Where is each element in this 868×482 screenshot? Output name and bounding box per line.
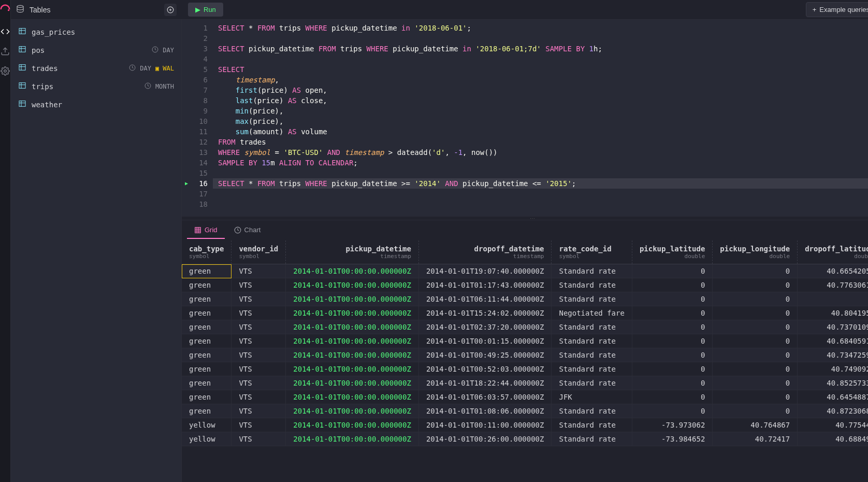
editor-line[interactable]: SELECT * FROM trips WHERE pickup_datetim… [213,178,868,189]
cell[interactable]: 0 [632,292,712,306]
sidebar-table-gas_prices[interactable]: gas_prices [11,23,181,41]
results-grid[interactable]: cab_typesymbolvendor_idsymbolpickup_date… [182,240,868,482]
cell[interactable]: green [182,320,232,334]
cell[interactable]: 0 [713,404,798,418]
sidebar-table-trades[interactable]: tradesDAY▣ WAL [11,59,181,77]
add-table-button[interactable] [164,4,177,16]
column-header-rate_code_id[interactable]: rate_code_idsymbol [552,240,632,264]
table-row[interactable]: greenVTS2014-01-01T00:00:00.000000Z2014-… [182,390,868,404]
cell[interactable]: 2014-01-01T00:26:00.000000Z [418,432,552,446]
sidebar-table-pos[interactable]: posDAY [11,41,181,59]
editor-line[interactable]: timestamp, [213,75,868,85]
cell[interactable]: VTS [232,306,286,320]
cell[interactable]: 2014-01-01T00:00:00.000000Z [286,432,419,446]
cell[interactable]: 2014-01-01T00:01:15.000000Z [418,334,552,348]
cell[interactable]: VTS [232,432,286,446]
cell[interactable]: 40.73701096 [798,320,868,334]
cell[interactable]: 40.688492 [798,432,868,446]
cell[interactable]: 2014-01-01T00:00:00.000000Z [286,264,419,278]
cell[interactable]: 40.68405914 [798,334,868,348]
cell[interactable]: green [182,390,232,404]
cell[interactable]: Standard rate [552,418,632,432]
table-row[interactable]: yellowVTS2014-01-01T00:00:00.000000Z2014… [182,432,868,446]
cell[interactable]: 2014-01-01T00:00:00.000000Z [286,334,419,348]
table-row[interactable]: greenVTS2014-01-01T00:00:00.000000Z2014-… [182,348,868,362]
cell[interactable]: -73.973062 [632,418,712,432]
cell[interactable]: yellow [182,432,232,446]
cell[interactable]: 0 [632,348,712,362]
editor-line[interactable] [213,33,868,44]
cell[interactable]: VTS [232,362,286,376]
editor-line[interactable]: min(price), [213,106,868,116]
cell[interactable]: VTS [232,376,286,390]
cell[interactable]: 2014-01-01T00:00:00.000000Z [286,362,419,376]
editor-line[interactable]: FROM trades [213,137,868,147]
cell[interactable]: Standard rate [552,432,632,446]
cell[interactable]: Standard rate [552,278,632,292]
table-row[interactable]: greenVTS2014-01-01T00:00:00.000000Z2014-… [182,334,868,348]
cell[interactable]: 2014-01-01T00:00:00.000000Z [286,348,419,362]
cell[interactable]: yellow [182,418,232,432]
editor-line[interactable]: first(price) AS open, [213,85,868,95]
cell[interactable]: green [182,278,232,292]
cell[interactable]: 0 [632,404,712,418]
cell[interactable]: VTS [232,404,286,418]
cell[interactable]: 0 [713,292,798,306]
cell[interactable]: 40.764867 [713,418,798,432]
gear-icon[interactable] [0,66,10,76]
table-row[interactable]: greenVTS2014-01-01T00:00:00.000000Z2014-… [182,292,868,306]
cell[interactable]: 2014-01-01T00:00:00.000000Z [286,418,419,432]
cell[interactable]: 40.64548874 [798,390,868,404]
cell[interactable]: 0 [713,348,798,362]
cell[interactable]: VTS [232,264,286,278]
run-button[interactable]: ▶ Run [188,3,223,17]
cell[interactable]: green [182,348,232,362]
upload-icon[interactable] [0,46,10,56]
cell[interactable]: VTS [232,348,286,362]
cell[interactable]: 0 [632,306,712,320]
cell[interactable]: 0 [632,334,712,348]
cell[interactable]: Standard rate [552,334,632,348]
cell[interactable]: -73.984652 [632,432,712,446]
cell[interactable]: 0 [632,320,712,334]
sidebar-table-trips[interactable]: tripsMONTH [11,77,181,95]
cell[interactable]: 2014-01-01T00:00:00.000000Z [286,278,419,292]
sql-editor[interactable]: 123456789101112131415161718 SELECT * FRO… [182,20,868,217]
cell[interactable]: 0 [713,320,798,334]
cell[interactable]: 2014-01-01T01:17:43.000000Z [418,278,552,292]
cell[interactable]: 40.66542053 [798,264,868,278]
editor-line[interactable] [213,168,868,178]
sidebar-table-weather[interactable]: weather [11,95,181,114]
editor-line[interactable]: max(price), [213,116,868,126]
editor-line[interactable]: sum(amount) AS volume [213,126,868,137]
cell[interactable]: 0 [713,264,798,278]
cell[interactable]: 2014-01-01T00:52:03.000000Z [418,362,552,376]
cell[interactable]: 2014-01-01T00:00:00.000000Z [286,306,419,320]
editor-line[interactable] [213,54,868,64]
cell[interactable]: green [182,292,232,306]
cell[interactable]: 0 [632,390,712,404]
cell[interactable]: Standard rate [552,264,632,278]
example-queries-button[interactable]: + Example queries [806,2,868,17]
cell[interactable]: 40.85257339 [798,376,868,390]
cell[interactable]: Standard rate [552,320,632,334]
cell[interactable]: 2014-01-01T00:49:25.000000Z [418,348,552,362]
column-header-pickup_datetime[interactable]: pickup_datetimetimestamp [286,240,419,264]
cell[interactable]: 40.77630615 [798,278,868,292]
cell[interactable]: VTS [232,320,286,334]
cell[interactable]: 0 [713,390,798,404]
cell[interactable]: Standard rate [552,292,632,306]
cell[interactable]: 0 [713,376,798,390]
cell[interactable]: 2014-01-01T15:24:02.000000Z [418,306,552,320]
cell[interactable]: 2014-01-01T02:37:20.000000Z [418,320,552,334]
column-header-pickup_longitude[interactable]: pickup_longitudedouble [713,240,798,264]
cell[interactable]: 40.775445 [798,418,868,432]
cell[interactable]: 2014-01-01T18:22:44.000000Z [418,376,552,390]
cell[interactable]: 0 [713,278,798,292]
cell[interactable]: 0 [632,362,712,376]
cell[interactable]: 0 [713,362,798,376]
cell[interactable]: 2014-01-01T00:00:00.000000Z [286,390,419,404]
cell[interactable]: 0 [632,264,712,278]
cell[interactable]: JFK [552,390,632,404]
cell[interactable]: VTS [232,390,286,404]
